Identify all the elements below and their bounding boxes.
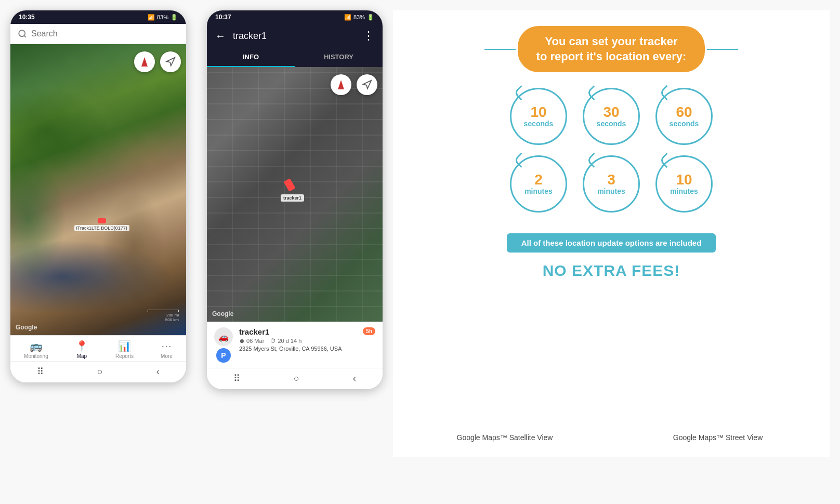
compass-arrow-1 — [141, 57, 148, 67]
compass-arrow-2 — [338, 80, 344, 89]
map-aerial-view[interactable]: tracker1 Google — [207, 67, 383, 322]
location-button-2[interactable] — [357, 74, 377, 95]
tab-info[interactable]: INFO — [207, 48, 295, 67]
location-button-1[interactable] — [160, 51, 181, 72]
map-satellite-view[interactable]: iTrack1LTE BOLD(0177) Google 200 mi 500 … — [10, 44, 186, 335]
tracker-info-text: tracker1 ⏺ 06 Mar ⏱ 20 d 14 h 2325 Myers… — [239, 327, 357, 352]
svg-marker-3 — [363, 81, 372, 89]
android-menu-btn-2[interactable]: ⠿ — [233, 373, 240, 384]
circle-num-5: 10 — [676, 173, 692, 187]
tracker-info-panel: 🚗 P tracker1 ⏺ 06 Mar ⏱ 20 d 14 h 2325 M… — [207, 322, 383, 368]
status-time-1: 10:35 — [19, 14, 35, 21]
android-back-btn-2[interactable]: ‹ — [353, 373, 356, 384]
circle-unit-1: seconds — [597, 120, 626, 128]
tracker-title: tracker1 — [233, 31, 356, 42]
circle-30sec: 30 seconds — [583, 88, 640, 145]
circle-3min: 3 minutes — [583, 155, 640, 213]
circle-unit-0: seconds — [524, 120, 554, 128]
included-banner: All of these location update options are… — [507, 233, 716, 253]
tracker-top-bar: ← tracker1 ⋮ — [207, 24, 383, 48]
svg-point-0 — [19, 30, 25, 36]
nav-reports-label: Reports — [115, 353, 134, 359]
battery-icon-1: 🔋 — [170, 14, 178, 21]
tracker-pin-1: iTrack1LTE BOLD(0177) — [74, 218, 129, 231]
more-options-button[interactable]: ⋮ — [363, 29, 374, 43]
more-icon: ⋯ — [161, 340, 172, 352]
tracker-address: 2325 Myers St, Oroville, CA 95966, USA — [239, 346, 357, 352]
circle-unit-3: minutes — [524, 187, 553, 195]
circle-unit-4: minutes — [597, 187, 625, 195]
phone-satellite: 10:35 📶 83% 🔋 iTrack1LTE BOLD(0177) Goog… — [10, 10, 186, 382]
no-fees-text: NO EXTRA FEES! — [543, 262, 680, 280]
svg-marker-2 — [167, 58, 175, 66]
android-menu-btn[interactable]: ⠿ — [37, 366, 44, 377]
tracker-tabs: INFO HISTORY — [207, 48, 383, 67]
circles-row-1: 10 seconds 30 seconds 60 seconds — [510, 88, 713, 145]
search-input[interactable] — [31, 29, 179, 38]
circle-10sec: 10 seconds — [510, 88, 567, 145]
nav-more[interactable]: ⋯ More — [161, 340, 173, 359]
location-icon-2 — [362, 79, 372, 90]
status-icons-1: 📶 83% 🔋 — [148, 14, 178, 21]
circle-num-1: 30 — [603, 105, 619, 120]
info-graphic-panel: You can set your tracker to report it's … — [393, 10, 830, 457]
reports-icon: 📊 — [118, 340, 131, 352]
circle-10min: 10 minutes — [655, 155, 713, 213]
google-watermark-1: Google — [16, 324, 37, 331]
circles-row-2: 2 minutes 3 minutes 10 minutes — [510, 155, 713, 213]
tracker-car-icon-circle: 🚗 — [214, 327, 233, 346]
nav-more-label: More — [161, 353, 173, 359]
time-badge: 5h — [363, 327, 375, 335]
nav-map[interactable]: 📍 Map — [75, 340, 88, 359]
android-home-btn-2[interactable]: ○ — [294, 373, 299, 384]
caption-street: Google Maps™ Street View — [616, 430, 819, 442]
android-home-btn[interactable]: ○ — [97, 366, 103, 377]
android-back-btn[interactable]: ‹ — [156, 366, 160, 377]
svg-line-1 — [24, 35, 25, 37]
tracker-duration: ⏱ 20 d 14 h — [270, 338, 301, 344]
tab-history[interactable]: HISTORY — [295, 48, 383, 67]
aerial-tracker-label: tracker1 — [281, 194, 304, 202]
circle-num-2: 60 — [676, 105, 692, 120]
caption-satellite: Google Maps™ Satellite View — [403, 430, 606, 442]
circle-num-0: 10 — [530, 105, 546, 120]
nav-reports[interactable]: 📊 Reports — [115, 340, 134, 359]
search-icon — [18, 29, 27, 38]
map-icon: 📍 — [75, 340, 88, 352]
compass-button-2[interactable] — [331, 74, 351, 95]
bottom-nav-1: 🚌 Monitoring 📍 Map 📊 Reports ⋯ More — [10, 335, 186, 361]
tracker-info-name: tracker1 — [239, 327, 357, 336]
circle-num-4: 3 — [607, 173, 615, 187]
tracker-p-circle: P — [216, 348, 231, 363]
tracker-car-aerial — [284, 178, 296, 192]
scale-500km: 500 km — [165, 317, 179, 322]
tracker-icons: 🚗 P — [214, 327, 233, 363]
tracker-meta-row: ⏺ 06 Mar ⏱ 20 d 14 h — [239, 338, 357, 344]
wifi-icon-1: 📶 — [148, 14, 155, 21]
tracker-label-1: iTrack1LTE BOLD(0177) — [74, 225, 129, 231]
location-icon-1 — [165, 57, 176, 67]
nav-monitoring[interactable]: 🚌 Monitoring — [24, 340, 48, 359]
battery-1: 83% — [157, 14, 168, 20]
compass-button-1[interactable] — [134, 51, 155, 72]
circle-num-3: 2 — [534, 173, 543, 187]
headline-text: You can set your tracker to report it's … — [536, 34, 687, 64]
android-nav-2: ⠿ ○ ‹ — [207, 368, 383, 389]
tracker-date: ⏺ 06 Mar — [239, 338, 264, 344]
circle-2min: 2 minutes — [510, 155, 567, 213]
captions-row: Google Maps™ Satellite View Google Maps™… — [403, 415, 819, 442]
scale-bar-1: 200 mi 500 km — [148, 310, 179, 322]
search-bar[interactable] — [10, 24, 186, 44]
battery-2: 83% — [353, 14, 365, 20]
nav-map-label: Map — [77, 353, 87, 359]
circle-unit-5: minutes — [670, 187, 698, 195]
scale-200mi: 200 mi — [166, 313, 179, 317]
android-nav-1: ⠿ ○ ‹ — [10, 361, 186, 382]
circle-unit-2: seconds — [670, 120, 699, 128]
battery-icon-2: 🔋 — [367, 14, 374, 21]
google-watermark-2: Google — [212, 310, 233, 317]
back-button[interactable]: ← — [215, 30, 226, 42]
status-bar-2: 10:37 📶 83% 🔋 — [207, 10, 383, 24]
phone-tracker: 10:37 📶 83% 🔋 ← tracker1 ⋮ INFO HISTORY … — [207, 10, 383, 389]
status-icons-2: 📶 83% 🔋 — [344, 14, 374, 21]
